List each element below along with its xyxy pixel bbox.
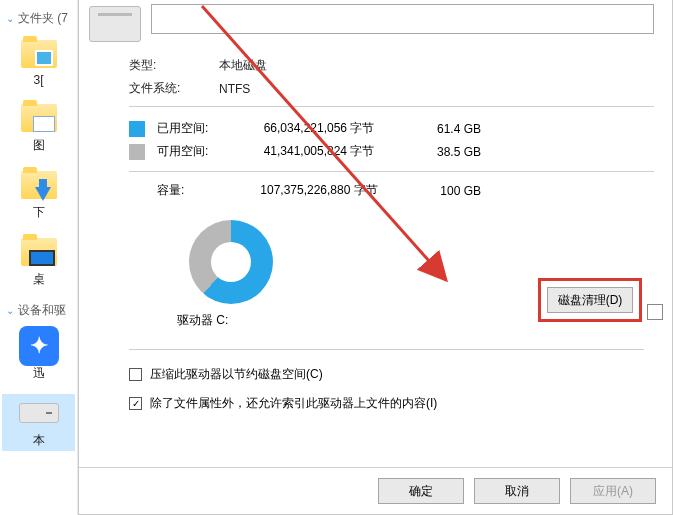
free-swatch-icon [129,144,145,160]
folder-pictures-icon [21,104,57,132]
ok-button[interactable]: 确定 [378,478,464,504]
chevron-down-icon: ⌄ [6,305,14,316]
sidebar-item-label: 图 [33,137,45,154]
folder-3d-icon [21,40,57,68]
free-space-row: 可用空间: 41,341,005,824 字节 38.5 GB [129,140,654,163]
sidebar-section-folders[interactable]: ⌄ 文件夹 (7 [2,8,75,35]
used-label: 已用空间: [157,120,227,137]
drive-name-input[interactable] [151,4,654,34]
sidebar-item-3d[interactable]: 3[ [2,35,75,89]
sidebar-item-label: 本 [33,432,45,449]
free-bytes: 41,341,005,824 字节 [239,143,399,160]
sidebar-item-label: 迅 [33,365,45,382]
filesystem-label: 文件系统: [129,80,209,97]
folder-downloads-icon [21,171,57,199]
sidebar-section-label: 文件夹 (7 [18,10,68,27]
capacity-bytes: 107,375,226,880 字节 [239,182,399,199]
sidebar-item-desktop[interactable]: 桌 [2,233,75,290]
used-swatch-icon [129,121,145,137]
compress-label: 压缩此驱动器以节约磁盘空间(C) [150,366,323,383]
properties-dialog: 类型: 本地磁盘 文件系统: NTFS 已用空间: 66,034,221,056… [78,0,673,515]
quota-checkbox-stub[interactable] [647,304,663,320]
sidebar-item-label: 下 [33,204,45,221]
sidebar-item-local-disk[interactable]: 本 [2,394,75,451]
drive-icon [19,403,59,423]
type-value: 本地磁盘 [219,57,267,74]
disk-cleanup-button[interactable]: 磁盘清理(D) [547,287,633,313]
folder-desktop-icon [21,238,57,266]
compress-checkbox-row[interactable]: 压缩此驱动器以节约磁盘空间(C) [129,366,644,383]
checkbox-checked-icon: ✓ [129,397,142,410]
usage-donut-chart [189,220,273,304]
cancel-button[interactable]: 取消 [474,478,560,504]
sidebar-item-xunlei[interactable]: ✦ 迅 [2,327,75,384]
free-label: 可用空间: [157,143,227,160]
checkbox-icon [129,368,142,381]
chevron-down-icon: ⌄ [6,13,14,24]
sidebar-item-pictures[interactable]: 图 [2,99,75,156]
capacity-gb: 100 GB [411,184,481,198]
index-label: 除了文件属性外，还允许索引此驱动器上文件的内容(I) [150,395,437,412]
capacity-label: 容量: [157,182,227,199]
sidebar-section-devices[interactable]: ⌄ 设备和驱 [2,300,75,327]
apply-button[interactable]: 应用(A) [570,478,656,504]
used-space-row: 已用空间: 66,034,221,056 字节 61.4 GB [129,117,654,140]
used-bytes: 66,034,221,056 字节 [239,120,399,137]
annotation-highlight: 磁盘清理(D) [538,278,642,322]
capacity-row: 容量: 107,375,226,880 字节 100 GB [129,171,654,202]
drive-large-icon [89,6,141,42]
sidebar-section-label: 设备和驱 [18,302,66,319]
sidebar-item-label: 3[ [33,73,43,87]
filesystem-value: NTFS [219,82,250,96]
xunlei-icon: ✦ [19,326,59,366]
type-label: 类型: [129,57,209,74]
index-checkbox-row[interactable]: ✓ 除了文件属性外，还允许索引此驱动器上文件的内容(I) [129,395,644,412]
explorer-sidebar: ⌄ 文件夹 (7 3[ 图 下 桌 ⌄ 设备和驱 ✦ 迅 本 [0,0,78,515]
used-gb: 61.4 GB [411,122,481,136]
sidebar-item-downloads[interactable]: 下 [2,166,75,223]
free-gb: 38.5 GB [411,145,481,159]
sidebar-item-label: 桌 [33,271,45,288]
dialog-button-bar: 确定 取消 应用(A) [79,467,672,514]
